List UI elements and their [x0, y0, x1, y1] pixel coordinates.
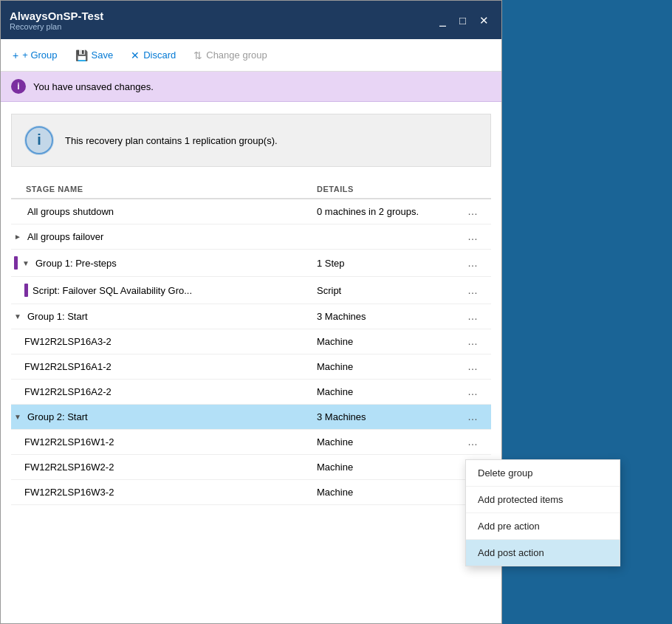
expand-icon: ▼ [14, 312, 23, 320]
row-menu-button[interactable]: … [464, 436, 482, 447]
table-row: FW12R2LSP16A3-2 Machine … [11, 329, 491, 354]
row-label: All groups shutdown [27, 206, 114, 217]
alert-message: You have unsaved changes. [33, 81, 154, 92]
table-header: STAGE NAME DETAILS [11, 179, 491, 199]
row-details: Machine [317, 462, 464, 473]
row-name: FW12R2LSP16A2-2 [11, 386, 317, 397]
context-menu-delete[interactable]: Delete group [466, 460, 620, 487]
alert-bar: i You have unsaved changes. [1, 72, 501, 102]
row-details: 0 machines in 2 groups. [317, 206, 464, 217]
row-menu-button[interactable]: … [464, 206, 482, 216]
change-group-button[interactable]: ⇅ Change group [191, 48, 270, 63]
alert-icon: i [11, 79, 26, 94]
row-label: FW12R2LSP16A1-2 [24, 361, 112, 372]
table-row: ▼ Group 1: Pre-steps 1 Step … [11, 250, 491, 277]
table-row: FW12R2LSP16W1-2 Machine … [11, 430, 491, 455]
change-group-icon: ⇅ [193, 49, 202, 61]
row-name: All groups shutdown [11, 206, 317, 217]
row-menu-button[interactable]: … [464, 386, 482, 397]
expand-icon: ► [14, 233, 23, 241]
context-menu-add-protected[interactable]: Add protected items [466, 487, 620, 513]
table-row: FW12R2LSP16W3-2 Machine … [11, 480, 491, 505]
table-row: ▼ Group 1: Start 3 Machines … [11, 304, 491, 329]
table-area: STAGE NAME DETAILS All groups shutdown 0… [1, 179, 501, 623]
expand-icon: ▼ [22, 259, 31, 267]
change-group-label: Change group [206, 49, 267, 61]
row-details: 1 Step [317, 258, 464, 269]
table-row: ► All groups failover … [11, 224, 491, 250]
row-label: Group 1: Start [27, 311, 88, 322]
window-controls: ⎯ □ ✕ [436, 13, 493, 27]
table-row: All groups shutdown 0 machines in 2 grou… [11, 199, 491, 224]
table-row: ▼ Group 2: Start 3 Machines … [11, 405, 491, 430]
save-label: Save [92, 49, 114, 61]
color-bar [14, 256, 18, 270]
title-bar: AlwaysOnSP-Test Recovery plan ⎯ □ ✕ [1, 1, 501, 39]
row-menu-button[interactable]: … [464, 285, 482, 295]
window-subtitle: Recovery plan [10, 22, 103, 31]
table-row: FW12R2LSP16W2-2 Machine … [11, 455, 491, 480]
expand-icon: ▼ [14, 413, 23, 421]
row-details: 3 Machines [317, 311, 464, 322]
color-bar [24, 284, 28, 297]
info-banner-text: This recovery plan contains 1 replicatio… [65, 135, 278, 146]
row-label: FW12R2LSP16W2-2 [24, 462, 114, 473]
close-button[interactable]: ✕ [476, 13, 493, 27]
row-name: ► All groups failover [11, 231, 317, 242]
row-label: Group 1: Pre-steps [35, 258, 117, 269]
add-group-button[interactable]: + + Group [10, 48, 61, 63]
row-name: FW12R2LSP16A3-2 [11, 336, 317, 347]
header-stage: STAGE NAME [11, 185, 317, 193]
row-menu-button[interactable]: … [464, 336, 482, 346]
row-label: FW12R2LSP16W3-2 [24, 487, 114, 498]
row-name: FW12R2LSP16W3-2 [11, 487, 317, 498]
context-menu-add-post[interactable]: Add post action [466, 540, 620, 566]
row-label: FW12R2LSP16A3-2 [24, 336, 112, 347]
save-icon: 💾 [75, 49, 88, 61]
window-title: AlwaysOnSP-Test [10, 10, 103, 22]
maximize-button[interactable]: □ [456, 13, 470, 27]
minimize-button[interactable]: ⎯ [436, 13, 450, 27]
add-group-label: + Group [22, 49, 57, 61]
context-menu-add-pre[interactable]: Add pre action [466, 513, 620, 540]
row-details: Machine [317, 436, 464, 448]
header-details: DETAILS [317, 185, 464, 193]
plus-icon: + [13, 49, 18, 61]
info-banner: i This recovery plan contains 1 replicat… [11, 114, 491, 167]
row-name: FW12R2LSP16A1-2 [11, 361, 317, 372]
table-row: FW12R2LSP16A2-2 Machine … [11, 380, 491, 405]
row-label: FW12R2LSP16A2-2 [24, 386, 112, 397]
row-menu-button[interactable]: … [464, 231, 482, 241]
row-name: ▼ Group 1: Start [11, 311, 317, 322]
row-menu-button[interactable]: … [464, 258, 482, 268]
svg-text:i: i [37, 131, 41, 148]
row-menu-button[interactable]: … [464, 311, 482, 321]
row-details: Machine [317, 386, 464, 397]
row-name: Script: Failover SQL Availability Gro... [11, 284, 317, 297]
discard-label: Discard [143, 49, 176, 61]
row-menu-button[interactable]: … [464, 411, 482, 422]
discard-icon: ✕ [131, 49, 140, 61]
save-button[interactable]: 💾 Save [72, 48, 117, 63]
main-window: AlwaysOnSP-Test Recovery plan ⎯ □ ✕ + + … [0, 0, 502, 624]
row-details: Machine [317, 361, 464, 372]
info-banner-icon: i [24, 125, 55, 156]
row-name: ▼ Group 1: Pre-steps [11, 256, 317, 270]
row-details: Script [317, 285, 464, 296]
row-details: Machine [317, 336, 464, 347]
discard-button[interactable]: ✕ Discard [128, 48, 179, 63]
context-menu: Delete group Add protected items Add pre… [465, 459, 620, 566]
row-label: Script: Failover SQL Availability Gro... [32, 285, 192, 296]
row-details: Machine [317, 487, 464, 498]
table-row: Script: Failover SQL Availability Gro...… [11, 277, 491, 304]
toolbar: + + Group 💾 Save ✕ Discard ⇅ Change grou… [1, 39, 501, 72]
row-name: FW12R2LSP16W2-2 [11, 462, 317, 473]
row-label: All groups failover [27, 231, 103, 242]
row-label: Group 2: Start [27, 411, 88, 422]
table-row: FW12R2LSP16A1-2 Machine … [11, 354, 491, 380]
row-name: ▼ Group 2: Start [11, 411, 317, 422]
row-menu-button[interactable]: … [464, 361, 482, 371]
row-label: FW12R2LSP16W1-2 [24, 436, 114, 448]
row-name: FW12R2LSP16W1-2 [11, 436, 317, 448]
row-details: 3 Machines [317, 411, 464, 422]
